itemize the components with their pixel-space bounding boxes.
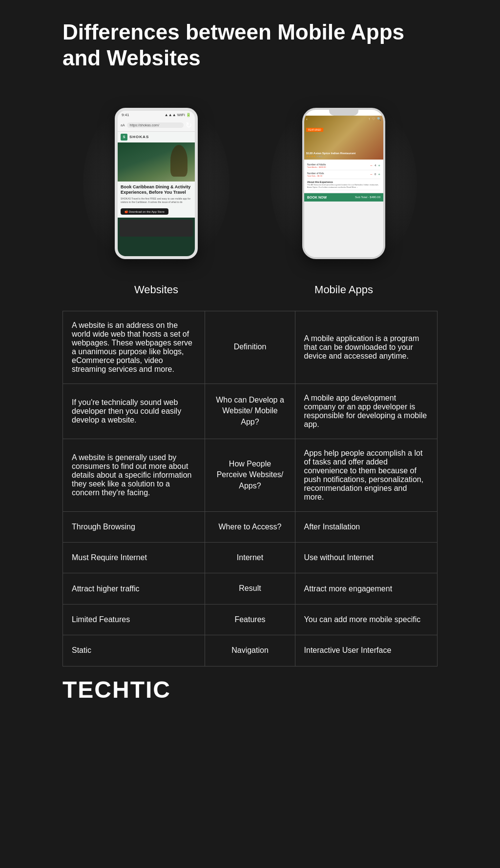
aa-text: aA [121, 123, 125, 127]
row-7-app: Interactive User Interface [295, 635, 437, 666]
row-0-middle: Definition [205, 311, 295, 384]
book-now-bar[interactable]: BOOK NOW Sub Total - $480.00 [304, 193, 383, 202]
app-store-button: 🍎 Download on the App Store [121, 208, 168, 215]
row-3-app: After Installation [295, 511, 437, 542]
table-row: Through BrowsingWhere to Access?After In… [63, 511, 438, 542]
website-bottom-screenshot [120, 220, 193, 237]
brand-name: TECHTIC [62, 676, 438, 703]
page-wrapper: Differences between Mobile Apps and Webs… [48, 0, 452, 723]
adults-labels: Number of Adults Total Adults - $480.00 [307, 163, 326, 168]
adults-row: Number of Adults Total Adults - $480.00 … [307, 161, 380, 170]
table-row: Limited FeaturesFeaturesYou can add more… [63, 604, 438, 635]
row-4-website: Must Require Internet [63, 542, 205, 573]
images-section: 9:41 ▲▲▲ WiFi 🔋 aA https://shokas.com/ ↻… [62, 91, 438, 296]
about-text: The All Seasons hotel provides a great l… [307, 183, 380, 188]
table-row: Attract higher trafficResultAttract more… [63, 573, 438, 604]
row-2-middle: How People Perceive Websites/ Apps? [205, 439, 295, 511]
row-5-middle: Result [205, 573, 295, 604]
shokas-logo: S [121, 134, 127, 141]
refresh-icon: ↻ [186, 121, 192, 130]
row-1-website: If you're technically sound web develope… [63, 384, 205, 439]
app-action-icons: ↑ ♡ 🔍 [369, 117, 382, 121]
row-1-middle: Who can Develop a Website/ Mobile App? [205, 384, 295, 439]
kids-value: 0 [375, 173, 376, 176]
footer: TECHTIC [62, 666, 438, 708]
restaurant-name-container: $120 Asian Spice Indian Restaurant ★ ★ ★… [306, 152, 381, 158]
app-phone-mockup: ‹ ↑ ♡ 🔍 FEATURED $120 Asian Spice Indian… [302, 108, 385, 259]
row-1-app: A mobile app development company or an a… [295, 384, 437, 439]
adults-label: Number of Adults [307, 163, 326, 166]
table-row: A website is generally used by consumers… [63, 439, 438, 511]
website-hero-title: Book Caribbean Dining & Activity Experie… [121, 184, 192, 196]
website-content-area: S SHOKAS Book Caribbean Dining & Activit… [118, 132, 195, 259]
app-back-icon: ‹ [306, 117, 308, 121]
heart-icon: ♡ [372, 117, 375, 121]
comparison-table: A website is an address on the world wid… [62, 311, 438, 666]
app-content: ‹ ↑ ♡ 🔍 FEATURED $120 Asian Spice Indian… [304, 116, 383, 257]
kids-row: Number of Kids Total Kids - $0.00 − 0 + [307, 170, 380, 179]
featured-badge: FEATURED [306, 128, 323, 132]
website-dark-circle: 9:41 ▲▲▲ WiFi 🔋 aA https://shokas.com/ ↻… [83, 91, 229, 276]
app-notch [329, 110, 358, 116]
row-0-website: A website is an address on the world wid… [63, 311, 205, 384]
row-7-website: Static [63, 635, 205, 666]
row-2-website: A website is generally used by consumers… [63, 439, 205, 511]
kids-sublabel: Total Kids - $0.00 [307, 175, 324, 177]
row-6-middle: Features [205, 604, 295, 635]
hero-figure [170, 145, 188, 177]
adults-plus[interactable]: + [378, 163, 380, 168]
website-browser-bar: aA https://shokas.com/ ↻ [118, 119, 195, 132]
booking-form: Number of Adults Total Adults - $480.00 … [304, 160, 383, 192]
search-icon: 🔍 [377, 117, 381, 121]
kids-labels: Number of Kids Total Kids - $0.00 [307, 172, 324, 177]
row-5-website: Attract higher traffic [63, 573, 205, 604]
kids-plus[interactable]: + [378, 172, 380, 177]
row-4-middle: Internet [205, 542, 295, 573]
apple-icon: 🍎 [125, 210, 129, 213]
row-5-app: Attract more engagement [295, 573, 437, 604]
adults-sublabel: Total Adults - $480.00 [307, 166, 326, 168]
location-text: • acc. [317, 155, 323, 158]
row-0-app: A mobile application is a program that c… [295, 311, 437, 384]
website-hero-desc: SHOKAS Travel is the first FREE and easy… [121, 197, 192, 204]
row-3-middle: Where to Access? [205, 511, 295, 542]
website-time: 9:41 [122, 113, 129, 117]
website-status-bar: 9:41 ▲▲▲ WiFi 🔋 [118, 111, 195, 119]
adults-value-controls: − 4 + [370, 163, 380, 168]
table-row: StaticNavigationInteractive User Interfa… [63, 635, 438, 666]
website-hero-overlay: Book Caribbean Dining & Activity Experie… [118, 182, 195, 218]
row-6-website: Limited Features [63, 604, 205, 635]
row-3-website: Through Browsing [63, 511, 205, 542]
app-label: Mobile Apps [314, 283, 373, 296]
star-2: ★ [309, 155, 311, 158]
adults-value: 4 [375, 164, 376, 167]
app-dark-circle: ‹ ↑ ♡ 🔍 FEATURED $120 Asian Spice Indian… [271, 91, 417, 276]
app-store-text: Download on the App Store [129, 210, 165, 213]
website-phone-container: 9:41 ▲▲▲ WiFi 🔋 aA https://shokas.com/ ↻… [83, 91, 229, 296]
shokas-header: S SHOKAS [118, 132, 195, 142]
row-2-app: Apps help people accomplish a lot of tas… [295, 439, 437, 511]
website-phone-mockup: 9:41 ▲▲▲ WiFi 🔋 aA https://shokas.com/ ↻… [115, 108, 198, 259]
table-row: Must Require InternetInternetUse without… [63, 542, 438, 573]
kids-value-controls: − 0 + [370, 172, 380, 177]
table-row: A website is an address on the world wid… [63, 311, 438, 384]
shokas-brand: SHOKAS [129, 135, 149, 139]
app-phone-container: ‹ ↑ ♡ 🔍 FEATURED $120 Asian Spice Indian… [271, 91, 417, 296]
table-row: If you're technically sound web develope… [63, 384, 438, 439]
adults-minus[interactable]: − [370, 163, 373, 168]
star-1: ★ [306, 155, 308, 158]
share-icon: ↑ [369, 117, 371, 121]
page-title: Differences between Mobile Apps and Webs… [62, 20, 438, 71]
about-section: About this Experience The All Seasons ho… [307, 179, 380, 190]
sub-total-text: Sub Total - $480.00 [355, 196, 380, 199]
kids-minus[interactable]: − [370, 172, 373, 177]
row-6-app: You can add more mobile specific [295, 604, 437, 635]
website-label: Websites [134, 283, 178, 296]
website-signal: ▲▲▲ WiFi 🔋 [165, 113, 191, 117]
row-4-app: Use without Internet [295, 542, 437, 573]
stars-row: ★ ★ ★ ★ • acc. [306, 155, 381, 158]
book-now-text: BOOK NOW [307, 196, 327, 199]
row-7-middle: Navigation [205, 635, 295, 666]
star-3: ★ [311, 155, 313, 158]
app-hero-image: ‹ ↑ ♡ 🔍 FEATURED $120 Asian Spice Indian… [304, 116, 383, 160]
